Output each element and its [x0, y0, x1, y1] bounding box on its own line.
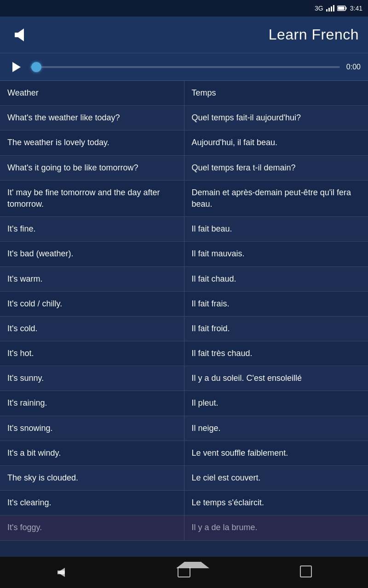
- table-row[interactable]: It's snowing.Il neige.: [0, 416, 368, 441]
- english-phrase: It's cold.: [0, 316, 184, 341]
- english-phrase: It's a bit windy.: [0, 441, 184, 465]
- phrase-table-container[interactable]: WeatherTempsWhat's the weather like toda…: [0, 81, 368, 557]
- play-icon: [12, 62, 21, 72]
- nav-back-icon: [58, 568, 65, 577]
- table-row[interactable]: The weather is lovely today.Aujourd'hui,…: [0, 130, 368, 155]
- back-arrow-icon: [15, 28, 24, 41]
- table-row[interactable]: WeatherTemps: [0, 81, 368, 106]
- table-row[interactable]: It's cold / chilly.Il fait frais.: [0, 291, 368, 316]
- french-phrase: Il fait froid.: [184, 316, 368, 341]
- english-phrase: It' may be fine tomorrow and the day aft…: [0, 180, 184, 216]
- table-row[interactable]: It's sunny.Il y a du soleil. C'est ensol…: [0, 366, 368, 391]
- svg-rect-3: [333, 5, 334, 11]
- progress-indicator: [31, 62, 41, 72]
- english-phrase: It's snowing.: [0, 416, 184, 441]
- english-phrase: It's bad (weather).: [0, 242, 184, 266]
- svg-rect-2: [331, 6, 332, 11]
- english-phrase: It's clearing.: [0, 491, 184, 515]
- french-phrase: Temps: [184, 81, 368, 106]
- nav-recents-icon: [302, 567, 312, 577]
- french-phrase: Il pleut.: [184, 391, 368, 416]
- french-phrase: Il fait chaud.: [184, 266, 368, 291]
- nav-home-button[interactable]: [166, 562, 202, 582]
- table-row[interactable]: It's warm.Il fait chaud.: [0, 266, 368, 291]
- svg-rect-1: [328, 8, 330, 11]
- french-phrase: Il fait frais.: [184, 291, 368, 316]
- status-bar: 3G 3:41: [0, 0, 368, 17]
- app-header: Learn French: [0, 17, 368, 53]
- page-title: Learn French: [29, 26, 359, 43]
- table-row[interactable]: It's raining.Il pleut.: [0, 391, 368, 416]
- nav-recents-button[interactable]: [288, 562, 325, 582]
- svg-rect-6: [338, 7, 344, 10]
- french-phrase: Le vent souffle faiblement.: [184, 441, 368, 465]
- svg-rect-0: [326, 9, 328, 11]
- english-phrase: It's foggy.: [0, 515, 184, 540]
- table-row[interactable]: It's clearing.Le temps s'éclaircit.: [0, 491, 368, 515]
- nav-bar: [0, 557, 368, 588]
- english-phrase: What's it going to be like tomorrow?: [0, 155, 184, 180]
- status-icons: 3G 3:41: [315, 5, 362, 12]
- table-row[interactable]: It's foggy.Il y a de la brume.: [0, 515, 368, 540]
- english-phrase: It's cold / chilly.: [0, 291, 184, 316]
- english-phrase: It's hot.: [0, 341, 184, 366]
- english-phrase: The sky is clouded.: [0, 466, 184, 491]
- english-phrase: It's warm.: [0, 266, 184, 291]
- signal-icon: [326, 5, 334, 11]
- time-counter: 0:00: [346, 63, 361, 71]
- english-phrase: It's fine.: [0, 217, 184, 242]
- svg-rect-5: [345, 7, 346, 10]
- signal-indicator: 3G: [315, 5, 323, 12]
- french-phrase: Il y a de la brume.: [184, 515, 368, 540]
- french-phrase: Il fait très chaud.: [184, 341, 368, 366]
- french-phrase: Il fait beau.: [184, 217, 368, 242]
- table-row[interactable]: It' may be fine tomorrow and the day aft…: [0, 180, 368, 216]
- progress-bar[interactable]: [30, 66, 340, 68]
- table-row[interactable]: The sky is clouded.Le ciel est couvert.: [0, 466, 368, 491]
- french-phrase: Aujourd'hui, il fait beau.: [184, 130, 368, 155]
- nav-back-button[interactable]: [43, 562, 80, 582]
- table-row[interactable]: It's hot.Il fait très chaud.: [0, 341, 368, 366]
- french-phrase: Demain et après-demain peut-être qu'il f…: [184, 180, 368, 216]
- table-row[interactable]: What's the weather like today?Quel temps…: [0, 106, 368, 130]
- table-row[interactable]: What's it going to be like tomorrow?Quel…: [0, 155, 368, 180]
- french-phrase: Il fait mauvais.: [184, 242, 368, 266]
- play-button[interactable]: [7, 59, 24, 75]
- audio-player: 0:00: [0, 53, 368, 81]
- french-phrase: Le temps s'éclaircit.: [184, 491, 368, 515]
- phrase-table: WeatherTempsWhat's the weather like toda…: [0, 81, 368, 541]
- nav-home-icon: [178, 567, 190, 577]
- english-phrase: It's raining.: [0, 391, 184, 416]
- table-row[interactable]: It's a bit windy.Le vent souffle faiblem…: [0, 441, 368, 465]
- french-phrase: Le ciel est couvert.: [184, 466, 368, 491]
- time-display: 3:41: [350, 5, 362, 12]
- french-phrase: Quel temps fera t-il demain?: [184, 155, 368, 180]
- back-button[interactable]: [9, 25, 29, 45]
- french-phrase: Il y a du soleil. C'est ensoleillé: [184, 366, 368, 391]
- table-row[interactable]: It's bad (weather).Il fait mauvais.: [0, 242, 368, 266]
- table-row[interactable]: It's cold.Il fait froid.: [0, 316, 368, 341]
- english-phrase: It's sunny.: [0, 366, 184, 391]
- battery-icon: [337, 6, 347, 11]
- english-phrase: The weather is lovely today.: [0, 130, 184, 155]
- french-phrase: Quel temps fait-il aujourd'hui?: [184, 106, 368, 130]
- english-phrase: What's the weather like today?: [0, 106, 184, 130]
- english-phrase: Weather: [0, 81, 184, 106]
- table-row[interactable]: It's fine.Il fait beau.: [0, 217, 368, 242]
- french-phrase: Il neige.: [184, 416, 368, 441]
